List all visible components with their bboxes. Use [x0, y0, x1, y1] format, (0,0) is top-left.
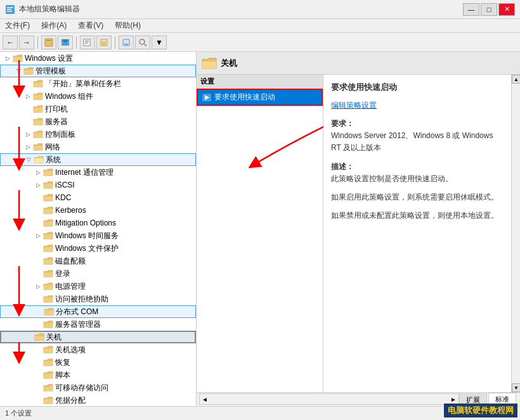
- content-header-title: 关机: [221, 58, 237, 69]
- maximize-button[interactable]: □: [481, 3, 497, 16]
- tree-item-kerberos[interactable]: ▷ Kerberos: [0, 204, 196, 217]
- tree-item-distcom[interactable]: ▷ 分布式 COM: [0, 305, 196, 318]
- expand-icon-admin: ▽: [13, 66, 23, 76]
- tree-item-login[interactable]: ▷ 登录: [0, 267, 196, 280]
- tree-label-system: 系统: [46, 155, 61, 165]
- policy-list: 设置 要求使用快速启动: [197, 75, 323, 392]
- tree-item-win-components[interactable]: ▷ Windows 组件: [0, 90, 196, 103]
- expand-icon-win-settings: ▷: [3, 53, 13, 63]
- toolbar-btn-2[interactable]: [58, 35, 73, 49]
- tree-item-admin-templates[interactable]: ▽ 管理模板: [0, 65, 196, 77]
- tree-label-distcom: 分布式 COM: [56, 307, 98, 317]
- tree-item-shutdown[interactable]: ▷ 关机: [0, 331, 196, 343]
- tree-item-cpanel[interactable]: ▷ 控制面板: [0, 128, 196, 141]
- menu-file[interactable]: 文件(F): [3, 19, 32, 32]
- scroll-right-arrow[interactable]: ►: [448, 396, 458, 403]
- folder-icon-iscsi: [43, 180, 53, 190]
- toolbar-btn-4[interactable]: ▤: [96, 35, 112, 49]
- svg-rect-4: [45, 39, 53, 46]
- tree-label-shutdownopts: 关机选项: [55, 345, 86, 355]
- policy-enabled-section: 如果启用此策略设置，则系统需要启用休眠模式。: [331, 191, 504, 203]
- tree-item-iscsi[interactable]: ▷ iSCSI: [0, 179, 196, 191]
- menu-help[interactable]: 帮助(H): [112, 19, 143, 32]
- tree-item-server-mgr[interactable]: ▷ 服务器管理器: [0, 318, 196, 331]
- svg-rect-10: [85, 42, 89, 42]
- description-text: 此策略设置控制是否使用快速启动。: [331, 174, 453, 183]
- folder-icon-wincomp: [33, 91, 43, 101]
- content-body: 设置 要求使用快速启动 要求使用快速启动: [197, 75, 520, 392]
- toolbar: ← → ▤ ▼: [0, 33, 520, 52]
- tree-item-script[interactable]: ▷ 脚本: [0, 369, 196, 381]
- tree-label-internet: Internet 通信管理: [55, 167, 114, 178]
- folder-icon-login: [43, 269, 53, 279]
- tree-item-power[interactable]: ▷ 电源管理: [0, 280, 196, 293]
- filter-button[interactable]: ▼: [152, 35, 167, 49]
- toolbar-separator-2: [76, 36, 77, 49]
- policy-item-fast-startup[interactable]: 要求使用快速启动: [197, 89, 323, 106]
- tree-label-printer: 打印机: [45, 104, 68, 115]
- title-bar: 本地组策略编辑器 — □ ✕: [0, 0, 520, 19]
- menu-action[interactable]: 操作(A): [39, 19, 69, 32]
- tree-item-disk[interactable]: ▷ 磁盘配额: [0, 255, 196, 267]
- tree-item-start-menu[interactable]: ▷ 「开始」菜单和任务栏: [0, 77, 196, 90]
- toolbar-separator-1: [37, 36, 38, 49]
- tree-label-restore: 恢复: [55, 357, 70, 368]
- policy-item-icon: [202, 92, 212, 103]
- tree-item-wintime[interactable]: ▷ Windows 时间服务: [0, 229, 196, 242]
- tree-label-removable: 可移动存储访问: [55, 383, 108, 393]
- tree-label-network: 网络: [45, 142, 60, 153]
- tree-item-internet-mgmt[interactable]: ▷ Internet 通信管理: [0, 166, 196, 179]
- tree-item-removable[interactable]: ▷ 可移动存储访问: [0, 381, 196, 394]
- tree-item-printer[interactable]: ▷ 打印机: [0, 103, 196, 115]
- scroll-down-arrow[interactable]: ▼: [512, 383, 520, 392]
- main-area: ▷ Windows 设置 ▽ 管理模板 ▷: [0, 52, 520, 406]
- folder-icon-mitigation: [43, 218, 53, 228]
- enabled-text: 如果启用此策略设置，则系统需要启用休眠模式。: [331, 193, 498, 201]
- toolbar-btn-3[interactable]: [80, 35, 95, 49]
- scroll-up-arrow[interactable]: ▲: [512, 75, 520, 84]
- menu-view[interactable]: 查看(V): [75, 19, 106, 32]
- tree-item-kdc[interactable]: ▷ KDC: [0, 191, 196, 204]
- tree-item-server[interactable]: ▷ 服务器: [0, 115, 196, 128]
- tree-label-credentials: 凭据分配: [55, 395, 86, 406]
- forward-button[interactable]: →: [19, 35, 34, 49]
- description-label: 描述：: [331, 162, 354, 171]
- folder-icon-start: [33, 79, 43, 89]
- toolbar-btn-6[interactable]: [135, 35, 150, 49]
- tree-item-network[interactable]: ▷ 网络: [0, 141, 196, 153]
- window-title: 本地组策略编辑器: [19, 4, 80, 15]
- tree-scroll[interactable]: ▷ Windows 设置 ▽ 管理模板 ▷: [0, 52, 196, 406]
- tree-item-credentials[interactable]: ▷ 凭据分配: [0, 394, 196, 406]
- tree-panel: ▷ Windows 设置 ▽ 管理模板 ▷: [0, 52, 197, 406]
- back-button[interactable]: ←: [3, 35, 18, 49]
- toolbar-btn-5[interactable]: [119, 35, 134, 49]
- tree-item-mitigation[interactable]: ▷ Mitigation Options: [0, 217, 196, 229]
- tree-label-script: 脚本: [55, 370, 70, 381]
- folder-icon-removable: [43, 383, 53, 393]
- scroll-left-arrow[interactable]: ◄: [200, 396, 210, 403]
- close-button[interactable]: ✕: [498, 3, 515, 16]
- folder-icon-kerberos: [43, 205, 53, 215]
- content-header: 关机: [197, 52, 520, 75]
- tree-item-shutdown-opts[interactable]: ▷ 关机选项: [0, 343, 196, 356]
- tree-item-win-settings[interactable]: ▷ Windows 设置: [0, 52, 196, 65]
- tree-item-system[interactable]: ▽ 系统: [0, 153, 196, 166]
- horizontal-scrollbar[interactable]: ◄ ►: [199, 393, 459, 405]
- tree-item-winfile[interactable]: ▷ Windows 文件保护: [0, 242, 196, 255]
- expand-icon-system: ▽: [23, 155, 34, 165]
- edit-link[interactable]: 编辑策略设置: [331, 101, 377, 110]
- content-scrollbar[interactable]: ▲ ▼: [511, 75, 520, 392]
- policy-list-header: 设置: [197, 75, 323, 89]
- folder-icon-cpanel: [33, 129, 43, 139]
- toolbar-btn-1[interactable]: [41, 35, 56, 49]
- folder-icon-server: [33, 117, 43, 127]
- folder-icon-system: [34, 155, 44, 165]
- watermark: 电脑软硬件教程网: [444, 404, 517, 417]
- folder-icon-access: [43, 294, 53, 304]
- svg-line-17: [144, 44, 146, 46]
- tree-item-access[interactable]: ▷ 访问被拒绝协助: [0, 293, 196, 305]
- tree-item-restore[interactable]: ▷ 恢复: [0, 356, 196, 369]
- minimize-button[interactable]: —: [463, 3, 479, 16]
- requirement-label: 要求：: [331, 119, 354, 128]
- tree-label-winfile: Windows 文件保护: [55, 243, 119, 254]
